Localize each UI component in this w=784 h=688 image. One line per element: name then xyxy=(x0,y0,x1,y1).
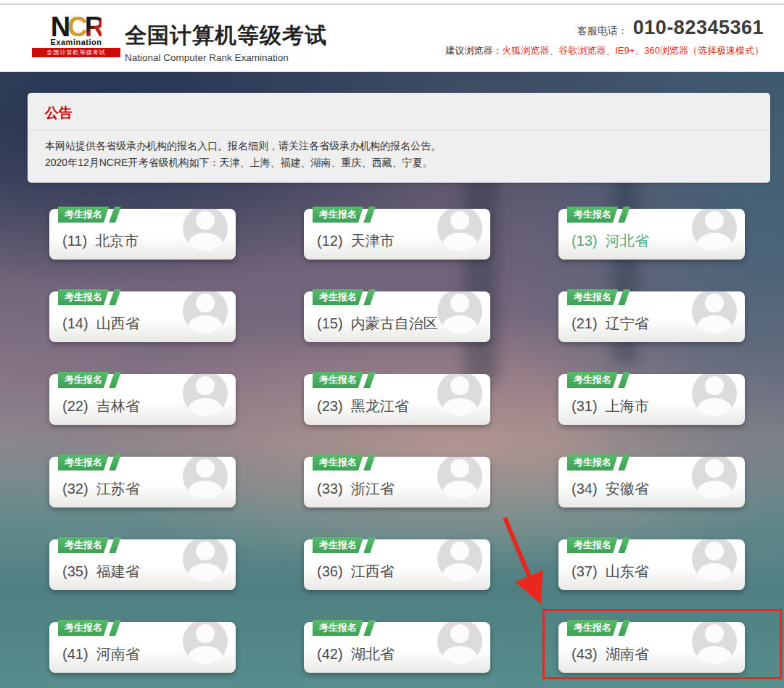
registration-badge-label: 考生报名 xyxy=(313,372,363,388)
registration-badge: 考生报名 xyxy=(567,372,627,388)
registration-badge-label: 考生报名 xyxy=(313,620,363,636)
registration-badge-label: 考生报名 xyxy=(58,455,109,471)
registration-badge-label: 考生报名 xyxy=(313,455,363,471)
registration-badge: 考生报名 xyxy=(567,207,627,223)
header-contact-block: 客服电话： 010-82345361 建议浏览器：火狐浏览器、谷歌浏览器、IE9… xyxy=(445,17,764,57)
registration-badge-label: 考生报名 xyxy=(567,537,618,553)
browser-suggestion-list: 火狐浏览器、谷歌浏览器、IE9+、360浏览器（选择极速模式） xyxy=(502,45,764,56)
user-avatar-icon xyxy=(437,291,482,333)
ncre-logo-banner: 全国计算机等级考试 xyxy=(32,48,120,57)
registration-badge: 考生报名 xyxy=(313,620,373,636)
province-label: (34) 安徽省 xyxy=(572,479,649,499)
user-avatar-icon xyxy=(692,374,737,416)
province-card[interactable]: 考生报名 (32) 江苏省 xyxy=(49,457,236,507)
province-label: (43) 湖南省 xyxy=(572,645,649,664)
user-avatar-icon xyxy=(183,539,228,581)
province-label: (37) 山东省 xyxy=(572,562,649,581)
province-label: (22) 吉林省 xyxy=(62,397,140,416)
province-card[interactable]: 考生报名 (13) 河北省 xyxy=(558,209,745,260)
user-avatar-icon xyxy=(692,539,737,581)
site-title: 全国计算机等级考试 National Computer Rank Examina… xyxy=(125,21,327,63)
registration-badge: 考生报名 xyxy=(58,372,118,388)
user-avatar-icon xyxy=(437,209,482,251)
user-avatar-icon xyxy=(692,457,737,499)
announcement-body: 本网站提供各省级承办机构的报名入口。报名细则，请关注各省级承办机构的报名公告。 … xyxy=(28,130,770,183)
service-phone-row: 客服电话： 010-82345361 xyxy=(445,17,764,39)
user-avatar-icon xyxy=(692,291,737,333)
province-card[interactable]: 考生报名 (22) 吉林省 xyxy=(49,374,236,425)
province-label: (42) 湖北省 xyxy=(317,645,395,664)
province-label: (23) 黑龙江省 xyxy=(317,397,409,416)
user-avatar-icon xyxy=(183,622,228,664)
registration-badge: 考生报名 xyxy=(58,537,118,553)
province-card[interactable]: 考生报名 (33) 浙江省 xyxy=(304,457,490,507)
province-card[interactable]: 考生报名 (37) 山东省 xyxy=(558,539,745,590)
province-card[interactable]: 考生报名 (14) 山西省 xyxy=(49,291,236,342)
province-card-annotated[interactable]: 考生报名 (43) 湖南省 xyxy=(558,622,745,673)
registration-badge: 考生报名 xyxy=(58,455,118,471)
province-label: (32) 江苏省 xyxy=(62,479,140,499)
province-label: (31) 上海市 xyxy=(572,397,649,416)
announcement-line-1: 本网站提供各省级承办机构的报名入口。报名细则，请关注各省级承办机构的报名公告。 xyxy=(45,138,753,154)
province-grid: 考生报名 (11) 北京市 考生报名 (12) 天津市 考生报名 (13) 河北… xyxy=(49,209,745,673)
announcement-panel: 公告 本网站提供各省级承办机构的报名入口。报名细则，请关注各省级承办机构的报名公… xyxy=(28,93,770,183)
user-avatar-icon xyxy=(183,457,228,499)
ncre-logo[interactable]: NCR Examination 全国计算机等级考试 xyxy=(32,14,120,57)
registration-badge-label: 考生报名 xyxy=(567,207,618,223)
province-card[interactable]: 考生报名 (42) 湖北省 xyxy=(304,622,490,673)
province-label: (13) 河北省 xyxy=(572,231,649,251)
province-label: (41) 河南省 xyxy=(62,645,140,664)
browser-suggestion-label: 建议浏览器： xyxy=(445,45,502,56)
registration-badge: 考生报名 xyxy=(567,289,627,305)
registration-badge-label: 考生报名 xyxy=(58,620,109,636)
province-label: (36) 江西省 xyxy=(317,562,395,581)
registration-badge-label: 考生报名 xyxy=(567,455,618,471)
user-avatar-icon xyxy=(437,457,482,499)
province-card[interactable]: 考生报名 (23) 黑龙江省 xyxy=(304,374,490,425)
user-avatar-icon xyxy=(437,539,482,581)
province-card[interactable]: 考生报名 (11) 北京市 xyxy=(49,209,236,260)
service-phone-number: 010-82345361 xyxy=(633,17,764,39)
ncre-logo-word: Examination xyxy=(32,38,120,46)
registration-badge-label: 考生报名 xyxy=(58,537,109,553)
province-card[interactable]: 考生报名 (15) 内蒙古自治区 xyxy=(304,291,490,342)
user-avatar-icon xyxy=(692,622,737,664)
registration-badge: 考生报名 xyxy=(313,372,373,388)
user-avatar-icon xyxy=(437,374,482,416)
registration-badge-label: 考生报名 xyxy=(567,289,618,305)
site-title-cn: 全国计算机等级考试 xyxy=(125,21,327,51)
registration-badge: 考生报名 xyxy=(313,455,373,471)
province-card[interactable]: 考生报名 (21) 辽宁省 xyxy=(558,291,745,342)
registration-badge-label: 考生报名 xyxy=(313,289,363,305)
service-phone-label: 客服电话： xyxy=(577,25,628,38)
registration-badge: 考生报名 xyxy=(58,620,118,636)
registration-badge-label: 考生报名 xyxy=(313,537,363,553)
browser-suggestion-row: 建议浏览器：火狐浏览器、谷歌浏览器、IE9+、360浏览器（选择极速模式） xyxy=(445,44,764,57)
registration-badge-label: 考生报名 xyxy=(58,372,109,388)
registration-badge: 考生报名 xyxy=(58,207,118,223)
province-label: (33) 浙江省 xyxy=(317,479,395,499)
registration-badge: 考生报名 xyxy=(313,289,373,305)
province-label: (35) 福建省 xyxy=(62,562,140,581)
registration-badge: 考生报名 xyxy=(313,537,373,553)
province-card[interactable]: 考生报名 (35) 福建省 xyxy=(49,539,236,590)
province-label: (14) 山西省 xyxy=(62,314,140,333)
province-card[interactable]: 考生报名 (31) 上海市 xyxy=(558,374,745,425)
province-card[interactable]: 考生报名 (34) 安徽省 xyxy=(558,457,745,507)
announcement-line-2: 2020年12月NCRE开考省级机构如下：天津、上海、福建、湖南、重庆、西藏、宁… xyxy=(45,154,753,171)
province-card[interactable]: 考生报名 (41) 河南省 xyxy=(49,622,236,673)
province-card[interactable]: 考生报名 (12) 天津市 xyxy=(304,209,490,260)
registration-badge: 考生报名 xyxy=(567,537,627,553)
ncre-logo-letters: NCR xyxy=(32,14,120,40)
registration-badge: 考生报名 xyxy=(567,620,627,636)
province-label: (21) 辽宁省 xyxy=(572,314,649,333)
registration-badge-label: 考生报名 xyxy=(567,372,618,388)
province-card[interactable]: 考生报名 (36) 江西省 xyxy=(304,539,490,590)
user-avatar-icon xyxy=(183,374,228,416)
site-title-en: National Computer Rank Examination xyxy=(125,52,327,63)
registration-badge-label: 考生报名 xyxy=(313,207,363,223)
registration-badge-label: 考生报名 xyxy=(58,207,109,223)
registration-badge: 考生报名 xyxy=(313,207,373,223)
site-header: NCR Examination 全国计算机等级考试 全国计算机等级考试 Nati… xyxy=(0,7,784,72)
registration-badge-label: 考生报名 xyxy=(58,289,109,305)
